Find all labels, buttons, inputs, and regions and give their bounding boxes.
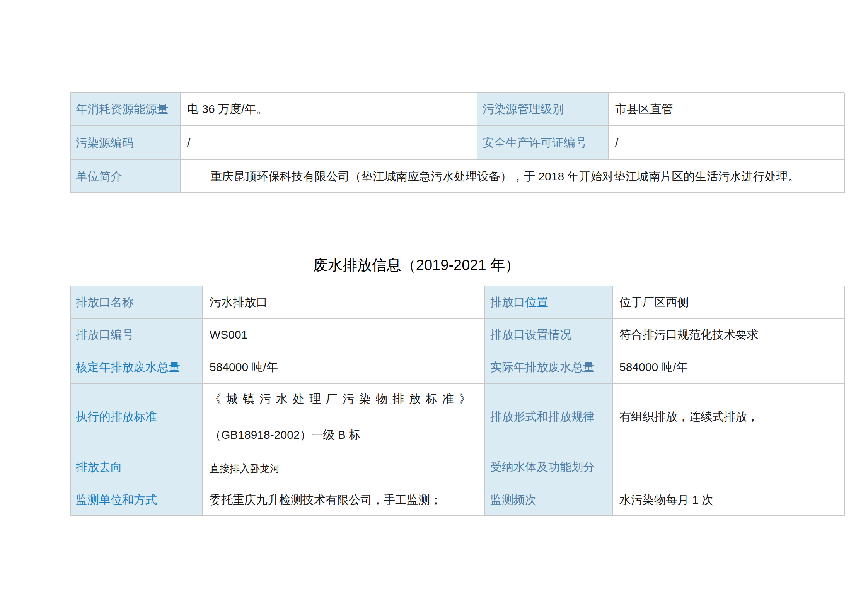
monitoring-frequency-label-cell: 监测频次 xyxy=(485,484,613,516)
outlet-number-value: WS001 xyxy=(210,327,247,342)
approved-discharge-value-cell: 584000 吨/年 xyxy=(203,351,485,384)
outlet-number-label: 排放口编号 xyxy=(76,327,134,342)
wastewater-discharge-table: 排放口名称 污水排放口 排放口位置 位于厂区西侧 排放口编号 WS001 排放口… xyxy=(70,286,844,516)
company-profile-value-cell: 重庆昆顶环保科技有限公司（垫江城南应急污水处理设备），于 2018 年开始对垫江… xyxy=(181,160,845,193)
actual-discharge-value-cell: 584000 吨/年 xyxy=(613,351,845,384)
outlet-name-label: 排放口名称 xyxy=(76,295,134,310)
discharge-standard-value-line2: （GB18918-2002）一级 B 标 xyxy=(210,428,360,442)
outlet-setup-value: 符合排污口规范化技术要求 xyxy=(619,327,759,342)
monitoring-unit-value: 委托重庆九升检测技术有限公司，手工监测； xyxy=(210,493,442,507)
actual-discharge-value: 584000 吨/年 xyxy=(619,360,688,375)
management-level-value: 市县区直管 xyxy=(615,102,673,116)
destination-label: 排放去向 xyxy=(76,460,122,474)
wastewater-section-title: 废水排放信息（2019-2021 年） xyxy=(70,255,844,275)
monitoring-unit-label: 监测单位和方式 xyxy=(76,493,157,507)
discharge-mode-value: 有组织排放，连续式排放， xyxy=(619,409,759,424)
outlet-location-value-cell: 位于厂区西侧 xyxy=(613,286,845,319)
receiving-water-label-cell: 受纳水体及功能划分 xyxy=(485,450,613,484)
company-profile-label-cell: 单位简介 xyxy=(71,160,181,193)
source-code-value: / xyxy=(187,135,190,150)
discharge-mode-label: 排放形式和排放规律 xyxy=(490,409,595,424)
annual-energy-value: 电 36 万度/年。 xyxy=(187,102,268,116)
monitoring-unit-label-cell: 监测单位和方式 xyxy=(71,484,203,516)
discharge-standard-label: 执行的排放标准 xyxy=(76,409,157,424)
facility-info-table: 年消耗资源能源量 电 36 万度/年。 污染源管理级别 市县区直管 污染源编码 … xyxy=(70,92,844,193)
source-code-label: 污染源编码 xyxy=(76,135,134,150)
receiving-water-label: 受纳水体及功能划分 xyxy=(490,460,595,474)
outlet-location-label-part1: 排放口 xyxy=(490,296,525,308)
discharge-mode-label-cell: 排放形式和排放规律 xyxy=(485,384,613,450)
monitoring-frequency-label: 监测频次 xyxy=(490,493,537,507)
annual-energy-label-cell: 年消耗资源能源量 xyxy=(71,93,181,126)
management-level-label-cell: 污染源管理级别 xyxy=(477,93,609,126)
approved-discharge-value: 584000 吨/年 xyxy=(210,360,278,375)
safety-permit-label: 安全生产许可证编号 xyxy=(483,135,587,150)
discharge-standard-value-line1: 《城镇污水处理厂污染物排放标准》 xyxy=(210,392,476,406)
approved-discharge-label-cell: 核定年排放废水总量 xyxy=(71,351,203,384)
monitoring-frequency-value: 水污染物每月 1 次 xyxy=(619,493,713,507)
outlet-location-value: 位于厂区西侧 xyxy=(619,295,689,310)
outlet-setup-label: 排放口设置情况 xyxy=(490,327,571,342)
management-level-value-cell: 市县区直管 xyxy=(609,93,845,126)
annual-energy-label: 年消耗资源能源量 xyxy=(76,102,169,116)
monitoring-frequency-value-cell: 水污染物每月 1 次 xyxy=(613,484,845,516)
actual-discharge-label-cell: 实际年排放废水总量 xyxy=(485,351,613,384)
management-level-label: 污染源管理级别 xyxy=(483,102,564,116)
discharge-standard-value-cell: 《城镇污水处理厂污染物排放标准》 （GB18918-2002）一级 B 标 xyxy=(203,384,485,450)
destination-value: 直接排入卧龙河 xyxy=(210,459,280,475)
outlet-number-label-cell: 排放口编号 xyxy=(71,319,203,351)
outlet-location-label: 排放口位置 xyxy=(490,295,548,310)
destination-label-cell: 排放去向 xyxy=(71,450,203,484)
destination-value-cell: 直接排入卧龙河 xyxy=(203,450,485,484)
discharge-standard-label-cell: 执行的排放标准 xyxy=(71,384,203,450)
source-code-label-cell: 污染源编码 xyxy=(71,126,181,160)
outlet-setup-value-cell: 符合排污口规范化技术要求 xyxy=(613,319,845,351)
outlet-name-value: 污水排放口 xyxy=(210,295,268,310)
discharge-mode-value-cell: 有组织排放，连续式排放， xyxy=(613,384,845,450)
outlet-location-label-part2: 位置 xyxy=(525,296,548,308)
outlet-number-value-cell: WS001 xyxy=(203,319,485,351)
annual-energy-value-cell: 电 36 万度/年。 xyxy=(181,93,477,126)
outlet-name-label-cell: 排放口名称 xyxy=(71,286,203,319)
actual-discharge-label: 实际年排放废水总量 xyxy=(490,360,595,375)
safety-permit-value-cell: / xyxy=(609,126,845,160)
company-profile-label: 单位简介 xyxy=(76,169,122,184)
approved-discharge-label: 核定年排放废水总量 xyxy=(76,360,180,375)
company-profile-value: 重庆昆顶环保科技有限公司（垫江城南应急污水处理设备），于 2018 年开始对垫江… xyxy=(187,169,799,184)
safety-permit-label-cell: 安全生产许可证编号 xyxy=(477,126,609,160)
receiving-water-value-cell xyxy=(613,450,845,484)
outlet-location-label-cell: 排放口位置 xyxy=(485,286,613,319)
safety-permit-value: / xyxy=(615,135,618,150)
monitoring-unit-value-cell: 委托重庆九升检测技术有限公司，手工监测； xyxy=(203,484,485,516)
outlet-name-value-cell: 污水排放口 xyxy=(203,286,485,319)
source-code-value-cell: / xyxy=(181,126,477,160)
outlet-setup-label-cell: 排放口设置情况 xyxy=(485,319,613,351)
